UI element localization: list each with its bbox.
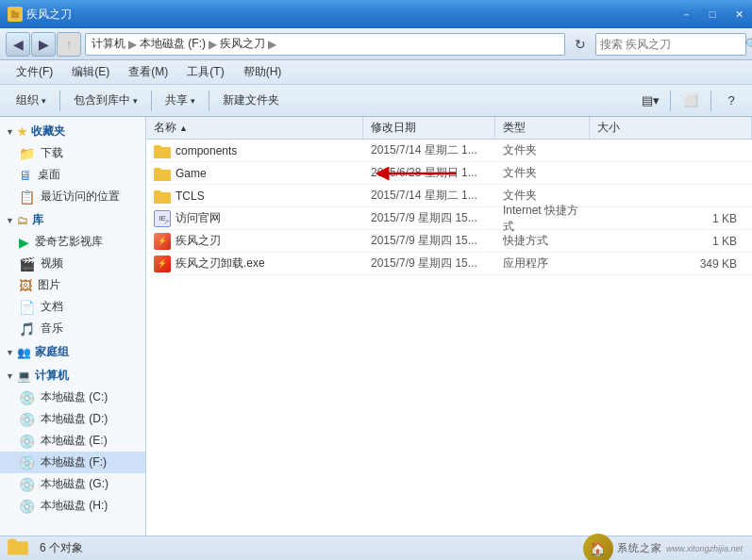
col-header-name[interactable]: 名称 ▲ <box>146 117 363 139</box>
library-label: 库 <box>32 212 43 228</box>
toolbar: 组织 ▾ 包含到库中 ▾ 共享 ▾ 新建文件夹 ▤▾ ⬜ ? <box>0 85 752 117</box>
preview-button[interactable]: ⬜ <box>677 89 704 113</box>
watermark-icon: 🏠 <box>583 534 613 561</box>
new-folder-button[interactable]: 新建文件夹 <box>214 89 288 113</box>
homegroup-label: 家庭组 <box>35 344 69 360</box>
sidebar: ▼ ★ 收藏夹 📁 下载 🖥 桌面 📋 最近访问的位置 <box>0 117 146 535</box>
table-row[interactable]: components 2015/7/14 星期二 1... 文件夹 <box>146 140 752 162</box>
file-name-label: 访问官网 <box>175 210 221 226</box>
breadcrumb[interactable]: 计算机 ▶ 本地磁盘 (F:) ▶ 疾风之刀 ▶ <box>85 33 565 56</box>
up-button[interactable]: ↑ <box>57 32 81 57</box>
sidebar-item-video[interactable]: 🎬 视频 <box>0 253 145 274</box>
sidebar-item-drive-h[interactable]: 💿 本地磁盘 (H:) <box>0 495 145 517</box>
col-type-label: 类型 <box>503 120 526 136</box>
sidebar-item-desktop[interactable]: 🖥 桌面 <box>0 164 145 186</box>
sidebar-item-drive-c[interactable]: 💿 本地磁盘 (C:) <box>0 387 145 408</box>
sidebar-item-video-label: 视频 <box>41 255 63 272</box>
sidebar-item-drive-c-label: 本地磁盘 (C:) <box>41 389 108 405</box>
main-window: ◀ ▶ ↑ 计算机 ▶ 本地磁盘 (F:) ▶ 疾风之刀 ▶ ↻ 🔍 文件(F)… <box>0 28 752 560</box>
new-folder-label: 新建文件夹 <box>223 92 279 108</box>
sidebar-item-desktop-label: 桌面 <box>38 167 60 183</box>
drive-c-icon: 💿 <box>19 390 35 405</box>
sidebar-item-recent[interactable]: 📋 最近访问的位置 <box>0 186 145 207</box>
sidebar-item-docs[interactable]: 📄 文档 <box>0 296 145 318</box>
sidebar-item-music[interactable]: 🎵 音乐 <box>0 318 145 339</box>
file-name-label: 疾风之刃 <box>175 233 221 249</box>
toolbar-sep5 <box>710 91 711 111</box>
table-row[interactable]: Game 2015/6/28 星期日 1... 文件夹 <box>146 162 752 185</box>
sidebar-item-drive-e[interactable]: 💿 本地磁盘 (E:) <box>0 430 145 452</box>
file-type-website: Internet 快捷方式 <box>495 203 590 235</box>
sidebar-item-drive-f[interactable]: 💿 本地磁盘 (F:) <box>0 452 145 473</box>
table-row[interactable]: ⚡ 疾风之刃卸载.exe 2015/7/9 星期四 15... 应用程序 349… <box>146 253 752 275</box>
breadcrumb-sep2: ▶ <box>209 38 217 51</box>
sidebar-homegroup-header[interactable]: ▼ 👥 家庭组 <box>0 341 145 363</box>
back-button[interactable]: ◀ <box>6 32 30 57</box>
forward-button[interactable]: ▶ <box>31 32 56 57</box>
recent-icon: 📋 <box>19 189 35 205</box>
table-row[interactable]: IE 访问官网 2015/7/9 星期四 15... Internet 快捷方式… <box>146 207 752 230</box>
sidebar-item-pictures[interactable]: 🖼 图片 <box>0 274 145 296</box>
iqiyi-icon: ▶ <box>19 235 29 250</box>
menu-tools[interactable]: 工具(T) <box>178 60 232 85</box>
share-button[interactable]: 共享 ▾ <box>157 89 204 113</box>
refresh-button[interactable]: ↻ <box>569 33 592 56</box>
status-right: 🏠 系统之家 www.xitongzhijia.net <box>583 534 743 561</box>
menu-view[interactable]: 查看(M) <box>120 60 176 85</box>
main-area: ▼ ★ 收藏夹 📁 下载 🖥 桌面 📋 最近访问的位置 <box>0 117 752 535</box>
file-type-shortcut: 快捷方式 <box>495 233 590 249</box>
table-row[interactable]: TCLS 2015/7/14 星期二 1... 文件夹 <box>146 185 752 207</box>
menu-help[interactable]: 帮助(H) <box>235 60 291 85</box>
file-name-tcls: TCLS <box>146 189 363 204</box>
maximize-button[interactable]: □ <box>699 0 726 28</box>
file-date-tcls: 2015/7/14 星期二 1... <box>363 188 495 204</box>
nav-buttons: ◀ ▶ ↑ <box>6 32 81 57</box>
sidebar-item-docs-label: 文档 <box>41 299 63 315</box>
col-header-date[interactable]: 修改日期 <box>363 117 495 139</box>
file-name-game: Game <box>146 166 363 181</box>
close-button[interactable]: ✕ <box>726 0 752 28</box>
menu-edit[interactable]: 编辑(E) <box>63 60 118 85</box>
col-name-label: 名称 <box>154 120 176 136</box>
watermark-text: 系统之家 <box>617 541 662 555</box>
file-name-label: TCLS <box>175 189 205 203</box>
sidebar-item-drive-g[interactable]: 💿 本地磁盘 (G:) <box>0 473 145 495</box>
view-toggle-button[interactable]: ▤▾ <box>637 89 663 113</box>
video-icon: 🎬 <box>19 256 35 272</box>
title-text: 疾风之刀 <box>26 7 72 23</box>
share-label: 共享 <box>165 92 188 108</box>
file-list-header: 名称 ▲ 修改日期 类型 大小 <box>146 117 752 140</box>
sidebar-item-drive-d-label: 本地磁盘 (D:) <box>41 411 108 427</box>
sidebar-favorites-header[interactable]: ▼ ★ 收藏夹 <box>0 121 145 142</box>
sidebar-item-drive-d[interactable]: 💿 本地磁盘 (D:) <box>0 408 145 430</box>
favorites-arrow: ▼ <box>6 127 14 137</box>
file-date-website: 2015/7/9 星期四 15... <box>363 210 495 226</box>
sidebar-computer-section: ▼ 💻 计算机 💿 本地磁盘 (C:) 💿 本地磁盘 (D:) 💿 本地磁盘 (… <box>0 365 145 517</box>
status-bar: 6 个对象 🏠 系统之家 www.xitongzhijia.net <box>0 535 752 560</box>
search-bar: 🔍 <box>595 33 746 56</box>
table-row[interactable]: ⚡ 疾风之刃 2015/7/9 星期四 15... 快捷方式 1 KB <box>146 230 752 253</box>
minimize-button[interactable]: － <box>673 0 699 28</box>
menu-file[interactable]: 文件(F) <box>8 60 61 85</box>
file-name-website: IE 访问官网 <box>146 210 363 227</box>
sidebar-computer-header[interactable]: ▼ 💻 计算机 <box>0 365 145 387</box>
exe-icon: ⚡ <box>154 255 171 272</box>
sidebar-item-download[interactable]: 📁 下载 <box>0 142 145 164</box>
breadcrumb-sep1: ▶ <box>128 38 137 51</box>
drive-g-icon: 💿 <box>19 477 35 492</box>
help-button[interactable]: ? <box>718 89 744 113</box>
sidebar-item-music-label: 音乐 <box>41 321 63 337</box>
include-button[interactable]: 包含到库中 ▾ <box>65 89 146 113</box>
title-bar: 疾风之刀 － □ ✕ <box>0 0 752 28</box>
sidebar-item-iqiyi[interactable]: ▶ 爱奇艺影视库 <box>0 231 145 253</box>
sidebar-favorites-section: ▼ ★ 收藏夹 📁 下载 🖥 桌面 📋 最近访问的位置 <box>0 121 145 207</box>
breadcrumb-folder: 疾风之刀 <box>220 36 265 52</box>
col-header-size[interactable]: 大小 <box>590 117 752 139</box>
link-icon: IE <box>154 210 171 227</box>
sidebar-library-header[interactable]: ▼ 🗂 库 <box>0 209 145 231</box>
organize-button[interactable]: 组织 ▾ <box>8 89 55 113</box>
search-input[interactable] <box>600 38 742 51</box>
col-header-type[interactable]: 类型 <box>495 117 590 139</box>
search-icon[interactable]: 🔍 <box>745 38 752 51</box>
file-list: 名称 ▲ 修改日期 类型 大小 comp <box>146 117 752 535</box>
